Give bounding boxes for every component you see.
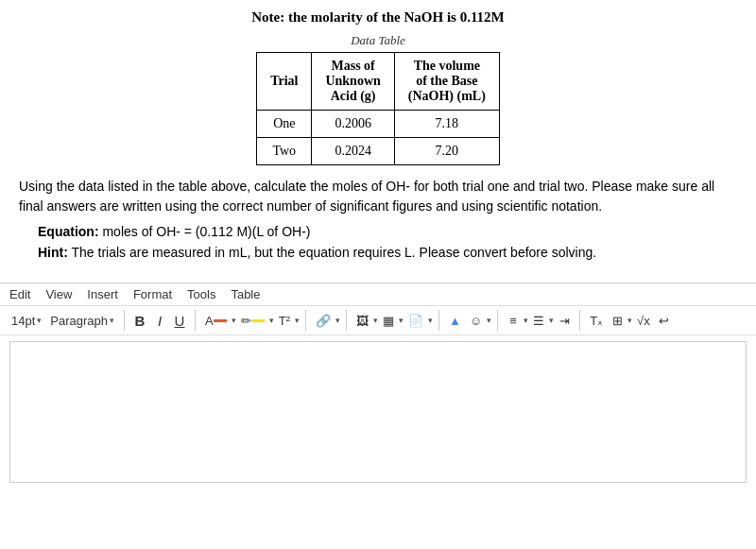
data-table-container: Data Table Trial Mass ofUnknownAcid (g) … bbox=[19, 33, 737, 165]
font-size-dropdown[interactable]: 14pt ▾ bbox=[8, 310, 45, 331]
font-style-chevron: ▾ bbox=[110, 316, 114, 325]
font-size-value: 14pt bbox=[11, 314, 35, 328]
link-chevron[interactable]: ▾ bbox=[335, 316, 340, 325]
editor-body[interactable] bbox=[9, 341, 747, 483]
font-color-chevron[interactable]: ▾ bbox=[232, 316, 236, 325]
data-table-label: Data Table bbox=[19, 33, 737, 48]
hint-text: Hint: The trials are measured in mL, but… bbox=[19, 245, 737, 260]
emoji-chevron[interactable]: ▾ bbox=[487, 316, 491, 325]
media-button[interactable]: ▦ bbox=[379, 310, 398, 331]
highlight-indicator bbox=[251, 319, 265, 322]
highlight-button[interactable]: ✏ bbox=[237, 310, 268, 331]
trial-one-volume: 7.18 bbox=[394, 111, 499, 138]
equation-label: Equation: bbox=[38, 224, 99, 239]
align-button[interactable]: ≡ bbox=[504, 310, 523, 331]
data-table: Trial Mass ofUnknownAcid (g) The volumeo… bbox=[256, 52, 500, 165]
note-title: Note: the molarity of the NaOH is 0.112M bbox=[19, 9, 737, 26]
bold-button[interactable]: B bbox=[130, 310, 149, 331]
trial-two-mass: 0.2024 bbox=[312, 138, 394, 165]
media-chevron[interactable]: ▾ bbox=[399, 316, 404, 325]
italic-button[interactable]: I bbox=[150, 310, 169, 331]
font-color-button[interactable]: A bbox=[201, 310, 231, 331]
align-chevron[interactable]: ▾ bbox=[524, 316, 528, 325]
menu-tools[interactable]: Tools bbox=[187, 287, 215, 301]
image-button[interactable]: 🖼 bbox=[352, 310, 372, 331]
font-color-indicator bbox=[214, 319, 227, 322]
body-text: Using the data listed in the table above… bbox=[19, 177, 737, 216]
menu-edit[interactable]: Edit bbox=[9, 287, 30, 301]
editor-menubar: Edit View Insert Format Tools Table bbox=[0, 283, 756, 306]
editor-wrapper: Edit View Insert Format Tools Table 14pt… bbox=[0, 283, 756, 483]
underline-button[interactable]: U bbox=[170, 310, 189, 331]
doc-button[interactable]: 📄 bbox=[404, 310, 427, 331]
menu-view[interactable]: View bbox=[45, 287, 72, 301]
trial-two-label: Two bbox=[257, 138, 312, 165]
drive-button[interactable]: ▲ bbox=[445, 310, 465, 331]
font-style-dropdown[interactable]: Paragraph ▾ bbox=[46, 310, 118, 331]
drive-group: ▲ ☺ ▾ bbox=[445, 310, 498, 331]
font-size-chevron: ▾ bbox=[37, 316, 42, 325]
trial-one-label: One bbox=[257, 111, 312, 138]
editor-toolbar: 14pt ▾ Paragraph ▾ B I U A ▾ ✏ ▾ T² ▾ bbox=[0, 306, 756, 335]
content-area: Note: the molarity of the NaOH is 0.112M… bbox=[0, 0, 756, 283]
font-style-value: Paragraph bbox=[50, 314, 108, 328]
image-chevron[interactable]: ▾ bbox=[373, 316, 378, 325]
hint-value: The trials are measured in mL, but the e… bbox=[72, 245, 597, 260]
emoji-button[interactable]: ☺ bbox=[466, 310, 486, 331]
hint-label: Hint: bbox=[38, 245, 68, 260]
undo-button[interactable]: ↩ bbox=[655, 310, 674, 331]
menu-insert[interactable]: Insert bbox=[87, 287, 118, 301]
menu-format[interactable]: Format bbox=[133, 287, 172, 301]
clear-format-button[interactable]: Tₓ bbox=[586, 310, 607, 331]
superscript-button[interactable]: T² bbox=[275, 310, 294, 331]
text-format-group: B I U bbox=[130, 310, 196, 331]
table-row: One 0.2006 7.18 bbox=[257, 111, 500, 138]
trial-one-mass: 0.2006 bbox=[312, 111, 394, 138]
misc-group: Tₓ ⊞ ▾ √x ↩ bbox=[586, 310, 679, 331]
equation-value: moles of OH- = (0.112 M)(L of OH-) bbox=[102, 224, 310, 239]
doc-chevron[interactable]: ▾ bbox=[428, 316, 433, 325]
col-header-volume: The volumeof the Base(NaOH) (mL) bbox=[394, 53, 499, 111]
col-header-mass: Mass ofUnknownAcid (g) bbox=[312, 53, 394, 111]
link-button[interactable]: 🔗 bbox=[312, 310, 335, 331]
menu-table[interactable]: Table bbox=[231, 287, 260, 301]
superscript-chevron[interactable]: ▾ bbox=[295, 316, 300, 325]
highlight-chevron[interactable]: ▾ bbox=[269, 316, 274, 325]
indent-button[interactable]: ⇥ bbox=[555, 310, 574, 331]
trial-two-volume: 7.20 bbox=[394, 138, 499, 165]
table-row: Two 0.2024 7.20 bbox=[257, 138, 500, 165]
align-group: ≡ ▾ ☰ ▾ ⇥ bbox=[504, 310, 580, 331]
table-insert-button[interactable]: ⊞ bbox=[608, 310, 627, 331]
sqrt-button[interactable]: √x bbox=[633, 310, 654, 331]
insert-group: 🖼 ▾ ▦ ▾ 📄 ▾ bbox=[352, 310, 439, 331]
font-size-group: 14pt ▾ Paragraph ▾ bbox=[8, 310, 125, 331]
color-group: A ▾ ✏ ▾ T² ▾ bbox=[201, 310, 306, 331]
col-header-trial: Trial bbox=[257, 53, 312, 111]
table-chevron[interactable]: ▾ bbox=[627, 316, 632, 325]
list-button[interactable]: ☰ bbox=[529, 310, 548, 331]
link-group: 🔗 ▾ bbox=[312, 310, 347, 331]
list-chevron[interactable]: ▾ bbox=[549, 316, 554, 325]
equation-text: Equation: moles of OH- = (0.112 M)(L of … bbox=[19, 224, 737, 239]
